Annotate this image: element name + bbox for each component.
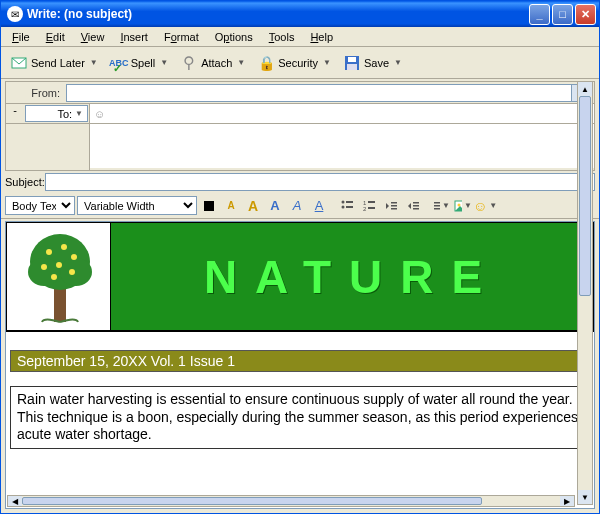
- spellcheck-icon: ABC✓: [110, 54, 128, 72]
- spell-button[interactable]: ABC✓ Spell ▼: [105, 50, 173, 76]
- svg-point-4: [342, 200, 345, 203]
- menu-edit[interactable]: Edit: [39, 29, 72, 45]
- underline-button[interactable]: A: [309, 196, 329, 216]
- send-later-button[interactable]: Send Later ▼: [5, 50, 103, 76]
- align-button[interactable]: ▼: [431, 196, 451, 216]
- scroll-down-button[interactable]: ▼: [578, 490, 592, 504]
- format-toolbar: Body Text Variable Width A A A A A 12 ▼ …: [1, 193, 599, 219]
- svg-rect-20: [434, 208, 440, 210]
- newsletter-issue-bar: September 15, 20XX Vol. 1 Issue 1: [10, 350, 590, 372]
- svg-point-6: [342, 205, 345, 208]
- scroll-right-button[interactable]: ▶: [560, 496, 574, 506]
- svg-rect-12: [391, 202, 397, 204]
- menu-options[interactable]: Options: [208, 29, 260, 45]
- message-body-editor[interactable]: NATURE September 15, 20XX Vol. 1 Issue 1…: [5, 221, 595, 509]
- window-title: Write: (no subject): [27, 7, 529, 21]
- newsletter-title: NATURE: [204, 250, 500, 304]
- svg-point-25: [28, 258, 60, 286]
- font-smaller-button[interactable]: A: [221, 196, 241, 216]
- scroll-up-button[interactable]: ▲: [578, 82, 592, 96]
- recipients-area[interactable]: [90, 124, 594, 168]
- main-toolbar: Send Later ▼ ABC✓ Spell ▼ ⚲ Attach ▼ 🔒 S…: [1, 47, 599, 79]
- svg-text:2: 2: [363, 206, 367, 212]
- addressing-block: From: ▼ - To: ▼ ☺: [5, 81, 595, 171]
- svg-rect-15: [413, 202, 419, 204]
- paperclip-icon: ⚲: [180, 54, 198, 72]
- chevron-down-icon[interactable]: ▼: [75, 109, 83, 118]
- indent-button[interactable]: [403, 196, 423, 216]
- svg-rect-11: [368, 207, 375, 209]
- newsletter-tree-image: [6, 222, 111, 331]
- scroll-thumb[interactable]: [579, 96, 591, 296]
- compose-window: ✉ Write: (no subject) _ □ ✕ File Edit Vi…: [0, 0, 600, 514]
- chevron-down-icon: ▼: [323, 58, 331, 67]
- chevron-down-icon: ▼: [90, 58, 98, 67]
- svg-point-32: [69, 269, 75, 275]
- menu-file[interactable]: File: [5, 29, 37, 45]
- numbered-list-button[interactable]: 12: [359, 196, 379, 216]
- titlebar: ✉ Write: (no subject) _ □ ✕: [1, 1, 599, 27]
- security-button[interactable]: 🔒 Security ▼: [252, 50, 336, 76]
- to-label: To:: [57, 108, 72, 120]
- menu-format[interactable]: Format: [157, 29, 206, 45]
- chevron-down-icon: ▼: [160, 58, 168, 67]
- svg-point-28: [61, 244, 67, 250]
- svg-point-31: [56, 262, 62, 268]
- menu-view[interactable]: View: [74, 29, 112, 45]
- svg-rect-7: [346, 206, 353, 208]
- italic-button[interactable]: A: [287, 196, 307, 216]
- chevron-down-icon: ▼: [237, 58, 245, 67]
- minimize-button[interactable]: _: [529, 4, 550, 25]
- from-field[interactable]: ▼: [66, 84, 592, 102]
- outdent-button[interactable]: [381, 196, 401, 216]
- maximize-button[interactable]: □: [552, 4, 573, 25]
- svg-rect-18: [434, 202, 440, 204]
- svg-rect-19: [434, 205, 440, 207]
- svg-rect-14: [391, 208, 397, 210]
- app-icon: ✉: [7, 6, 23, 22]
- menubar: File Edit View Insert Format Options Too…: [1, 27, 599, 47]
- scroll-left-button[interactable]: ◀: [8, 496, 22, 506]
- insert-smiley-button[interactable]: ☺▼: [475, 196, 495, 216]
- font-select[interactable]: Variable Width: [77, 196, 197, 215]
- bold-button[interactable]: A: [265, 196, 285, 216]
- lock-icon: 🔒: [257, 54, 275, 72]
- svg-rect-17: [413, 208, 419, 210]
- svg-rect-3: [347, 64, 357, 70]
- scroll-thumb-h[interactable]: [22, 497, 482, 505]
- svg-rect-16: [413, 205, 419, 207]
- svg-rect-5: [346, 201, 353, 203]
- send-icon: [10, 54, 28, 72]
- svg-point-29: [71, 254, 77, 260]
- svg-rect-13: [391, 205, 397, 207]
- menu-tools[interactable]: Tools: [262, 29, 302, 45]
- contact-icon: ☺: [90, 108, 106, 120]
- save-button[interactable]: Save ▼: [338, 50, 407, 76]
- text-color-button[interactable]: [199, 196, 219, 216]
- newsletter-title-banner: NATURE: [111, 222, 594, 331]
- svg-point-30: [41, 264, 47, 270]
- svg-point-26: [60, 258, 92, 286]
- insert-image-button[interactable]: ▼: [453, 196, 473, 216]
- floppy-disk-icon: [343, 54, 361, 72]
- vertical-scrollbar[interactable]: ▲ ▼: [577, 81, 593, 505]
- subject-label: Subject:: [5, 176, 45, 188]
- svg-rect-2: [348, 57, 356, 62]
- font-larger-button[interactable]: A: [243, 196, 263, 216]
- horizontal-scrollbar[interactable]: ◀ ▶: [7, 495, 575, 507]
- from-label: From:: [6, 87, 66, 99]
- svg-point-33: [51, 274, 57, 280]
- menu-help[interactable]: Help: [303, 29, 340, 45]
- attach-button[interactable]: ⚲ Attach ▼: [175, 50, 250, 76]
- subject-field[interactable]: [45, 173, 595, 191]
- chevron-down-icon: ▼: [394, 58, 402, 67]
- menu-insert[interactable]: Insert: [113, 29, 155, 45]
- bullet-list-button[interactable]: [337, 196, 357, 216]
- svg-rect-9: [368, 201, 375, 203]
- newsletter-body-text: Rain water harvesting is essential to en…: [10, 386, 590, 449]
- paragraph-style-select[interactable]: Body Text: [5, 196, 75, 215]
- close-button[interactable]: ✕: [575, 4, 596, 25]
- remove-recipient-button[interactable]: -: [6, 104, 24, 123]
- svg-point-27: [46, 249, 52, 255]
- to-field[interactable]: [106, 104, 594, 123]
